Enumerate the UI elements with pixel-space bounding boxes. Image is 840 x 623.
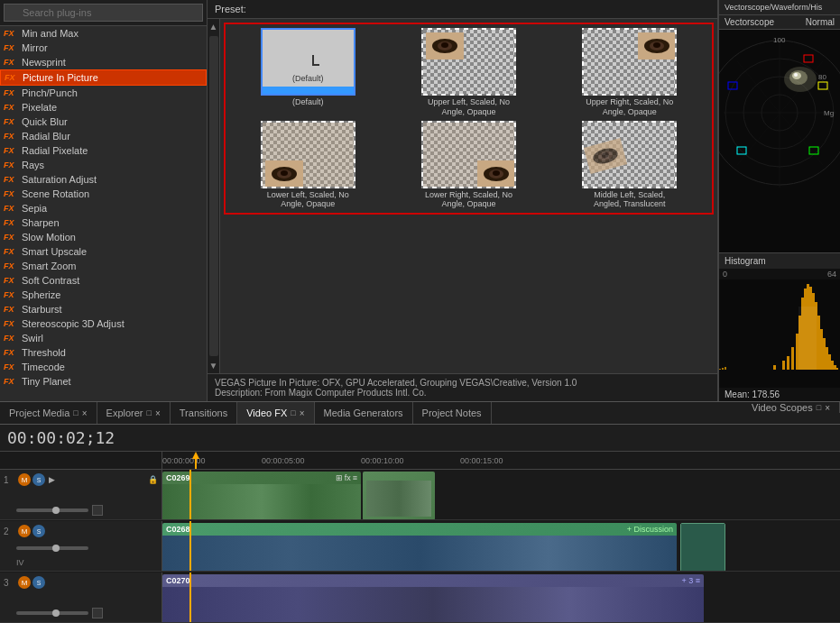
clip-c0270-plus: + 3 ≡ bbox=[678, 574, 704, 587]
clip-c0270[interactable]: C0270 + 3 ≡ bbox=[162, 574, 704, 622]
track-3: 3 M S bbox=[0, 573, 840, 623]
track-1-lock-icon[interactable]: 🔒 bbox=[148, 475, 158, 484]
plugin-item-radial-blur[interactable]: FXRadial Blur bbox=[0, 129, 207, 143]
plugin-item-slow-motion[interactable]: FXSlow Motion bbox=[0, 230, 207, 244]
track-2-btn-m[interactable]: M bbox=[18, 525, 31, 537]
plugin-name: Soft Contrast bbox=[22, 275, 79, 286]
plugin-name: Swirl bbox=[22, 333, 43, 344]
plugin-item-sharpen[interactable]: FXSharpen bbox=[0, 215, 207, 230]
track-1-btn-m[interactable]: M bbox=[18, 473, 31, 486]
fx-badge: FX bbox=[4, 204, 18, 213]
clip-c0269-2[interactable] bbox=[363, 472, 435, 519]
tab-video-fx-close[interactable]: × bbox=[300, 408, 305, 418]
preset-thumb-lower-right bbox=[421, 121, 516, 188]
track-3-btn-s[interactable]: S bbox=[32, 576, 45, 589]
plugin-item-starburst[interactable]: FXStarburst bbox=[0, 302, 207, 316]
plugin-name: Pixelate bbox=[22, 102, 57, 113]
track-1-number: 1 bbox=[4, 475, 14, 485]
center-panel: Preset: ▲ ▼ bbox=[208, 0, 718, 401]
plugin-item-mirror[interactable]: FXMirror bbox=[0, 41, 207, 55]
tab-explorer-close[interactable]: × bbox=[155, 408, 161, 418]
plugin-item-quick-blur[interactable]: FXQuick Blur bbox=[0, 115, 207, 129]
clip-c0268-end[interactable] bbox=[680, 523, 725, 571]
preset-thumb-default: (Default) bbox=[261, 28, 355, 96]
clip-c0269[interactable]: C0269 ⊞ fx ≡ bbox=[162, 472, 361, 519]
track-3-slider[interactable] bbox=[16, 611, 88, 615]
plugin-item-scene-rotation[interactable]: FXScene Rotation bbox=[0, 187, 207, 201]
plugin-item-spherize[interactable]: FXSpherize bbox=[0, 288, 207, 302]
scope-header: Vectorscope/Waveform/His bbox=[719, 0, 840, 15]
plugin-item-threshold[interactable]: FXThreshold bbox=[0, 345, 207, 360]
scope-subheader: Vectorscope Normal bbox=[719, 15, 840, 30]
preset-description: VEGAS Picture In Picture: OFX, GPU Accel… bbox=[208, 373, 717, 401]
plugin-item-tiny-planet[interactable]: FXTiny Planet bbox=[0, 374, 207, 389]
preset-label-default: (Default) bbox=[292, 97, 324, 107]
clip-c0268[interactable]: C0268 + Discussion bbox=[162, 523, 677, 571]
clip-c0268-content bbox=[162, 536, 677, 571]
track-3-snap[interactable] bbox=[92, 608, 103, 618]
plugin-item-min-and-max[interactable]: FXMin and Max bbox=[0, 26, 207, 41]
fx-badge: FX bbox=[4, 348, 18, 357]
preset-content[interactable]: (Default) (Default) bbox=[220, 19, 717, 373]
track-3-controls: 3 M S bbox=[4, 576, 158, 589]
ruler-mark-10: 00:00:10:00 bbox=[361, 456, 460, 465]
preset-item-default[interactable]: (Default) (Default) bbox=[229, 28, 386, 117]
preset-label-upper-left: Upper Left, Scaled, No Angle, Opaque bbox=[419, 97, 518, 117]
plugin-item-stereoscopic-3d-adjust[interactable]: FXStereoscopic 3D Adjust bbox=[0, 316, 207, 331]
tab-video-scopes-icon: □ bbox=[817, 403, 821, 412]
tab-project-notes[interactable]: Project Notes bbox=[413, 402, 492, 424]
fx-badge: FX bbox=[4, 377, 18, 386]
plugin-item-rays[interactable]: FXRays bbox=[0, 158, 207, 172]
svg-point-17 bbox=[653, 42, 660, 48]
track-1-btn-s[interactable]: S bbox=[32, 473, 45, 486]
track-1-slider[interactable] bbox=[16, 508, 88, 512]
clip-c0269-icon-move: ⊞ bbox=[336, 473, 343, 482]
tab-project-media-close[interactable]: × bbox=[82, 408, 88, 418]
tab-video-fx[interactable]: Video FX □ × bbox=[237, 402, 314, 424]
track-3-btn-m[interactable]: M bbox=[18, 576, 31, 589]
tab-explorer[interactable]: Explorer □ × bbox=[97, 402, 171, 424]
track-2-slider[interactable] bbox=[16, 546, 88, 550]
search-input[interactable] bbox=[4, 4, 203, 22]
preset-item-middle-left[interactable]: Middle Left, Scaled, Angled, Translucent bbox=[551, 121, 708, 210]
preset-item-upper-left[interactable]: Upper Left, Scaled, No Angle, Opaque bbox=[390, 28, 547, 117]
plugin-item-soft-contrast[interactable]: FXSoft Contrast bbox=[0, 273, 207, 288]
preset-item-lower-right[interactable]: Lower Right, Scaled, No Angle, Opaque bbox=[390, 121, 547, 210]
plugin-item-swirl[interactable]: FXSwirl bbox=[0, 331, 207, 345]
tab-media-generators-label: Media Generators bbox=[324, 408, 403, 418]
track-2-btn-s[interactable]: S bbox=[32, 525, 45, 537]
plugin-item-pinch-punch[interactable]: FXPinch/Punch bbox=[0, 86, 207, 100]
plugin-item-radial-pixelate[interactable]: FXRadial Pixelate bbox=[0, 143, 207, 158]
svg-rect-74 bbox=[787, 356, 789, 370]
fx-badge: FX bbox=[4, 362, 18, 371]
svg-rect-92 bbox=[798, 307, 817, 370]
preset-item-lower-left[interactable]: Lower Left, Scaled, No Angle, Opaque bbox=[229, 121, 386, 210]
plugin-item-saturation-adjust[interactable]: FXSaturation Adjust bbox=[0, 172, 207, 187]
tab-transitions[interactable]: Transitions bbox=[171, 402, 237, 424]
plugin-item-pixelate[interactable]: FXPixelate bbox=[0, 100, 207, 115]
tab-project-notes-label: Project Notes bbox=[422, 408, 482, 418]
tab-media-generators[interactable]: Media Generators bbox=[315, 402, 413, 424]
plugin-name: Smart Upscale bbox=[22, 246, 87, 257]
fx-badge: FX bbox=[5, 73, 19, 82]
plugin-item-sepia[interactable]: FXSepia bbox=[0, 201, 207, 215]
tab-video-scopes-close[interactable]: × bbox=[825, 403, 830, 413]
plugin-item-smart-upscale[interactable]: FXSmart Upscale bbox=[0, 244, 207, 259]
hist-num-64: 64 bbox=[827, 270, 836, 279]
track-1-slider-row bbox=[4, 505, 158, 516]
scroll-down-arrow[interactable]: ▼ bbox=[207, 358, 221, 373]
tab-video-scopes[interactable]: Video Scopes □ × bbox=[743, 402, 840, 413]
scope-tabs: Video Scopes □ × bbox=[743, 402, 840, 424]
svg-text:Mg: Mg bbox=[824, 109, 834, 117]
plugin-name: Starburst bbox=[22, 304, 62, 315]
scroll-up-arrow[interactable]: ▲ bbox=[207, 19, 221, 34]
plugin-item-newsprint[interactable]: FXNewsprint bbox=[0, 55, 207, 69]
plugin-item-picture-in-picture[interactable]: FXPicture In Picture bbox=[0, 69, 207, 86]
fx-badge: FX bbox=[4, 146, 18, 155]
tab-project-media[interactable]: Project Media □ × bbox=[0, 402, 97, 424]
preset-item-upper-right[interactable]: Upper Right, Scaled, No Angle, Opaque bbox=[551, 28, 708, 117]
plugin-item-timecode[interactable]: FXTimecode bbox=[0, 360, 207, 374]
track-1-snap[interactable] bbox=[92, 505, 103, 516]
fx-badge: FX bbox=[4, 58, 18, 67]
plugin-item-smart-zoom[interactable]: FXSmart Zoom bbox=[0, 259, 207, 273]
